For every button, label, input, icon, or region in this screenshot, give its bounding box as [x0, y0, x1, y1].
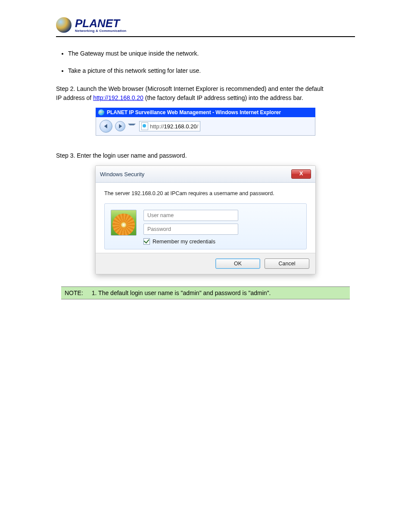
nav-dropdown-icon[interactable]	[128, 124, 136, 129]
ie-title-text: PLANET IP Surveillance Web Management - …	[107, 109, 281, 115]
logo-main-text: PLANET	[75, 18, 126, 29]
dialog-titlebar: Windows Security X	[96, 166, 315, 183]
username-input[interactable]	[143, 210, 238, 221]
ie-address-bar-figure: PLANET IP Surveillance Web Management - …	[96, 108, 315, 136]
back-button[interactable]	[100, 120, 112, 133]
user-tile-icon	[111, 210, 137, 236]
credentials-panel: Remember my credentials	[104, 203, 307, 249]
arrow-left-icon	[104, 124, 107, 128]
bullet-list: The Gateway must be unique inside the ne…	[60, 50, 355, 74]
cancel-button[interactable]: Cancel	[265, 258, 309, 269]
bullet-item: Take a picture of this network setting f…	[68, 67, 355, 74]
forward-button[interactable]	[115, 121, 125, 131]
ie-titlebar: PLANET IP Surveillance Web Management - …	[96, 108, 315, 117]
close-button[interactable]: X	[291, 169, 311, 179]
arrow-right-icon	[119, 124, 122, 128]
header-divider	[56, 36, 355, 37]
note-label: NOTE:	[65, 289, 83, 296]
ie-icon	[98, 109, 104, 115]
default-ip-link[interactable]: http://192.168.0.20	[93, 94, 143, 101]
dialog-body: The server 192.168.0.20 at IPCam require…	[96, 183, 315, 253]
remember-label: Remember my credentials	[153, 239, 215, 245]
address-text: http://192.168.0.20/	[150, 123, 198, 130]
remember-checkbox[interactable]	[143, 238, 150, 245]
page-icon	[141, 122, 148, 130]
note-box: NOTE: 1. The default login user name is …	[61, 286, 350, 299]
dialog-message: The server 192.168.0.20 at IPCam require…	[104, 190, 307, 196]
credentials-dialog-figure: Windows Security X The server 192.168.0.…	[95, 165, 316, 274]
logo-sub-text: Networking & Communication	[75, 29, 126, 33]
dialog-title-text: Windows Security	[100, 171, 144, 177]
remember-row: Remember my credentials	[143, 238, 300, 245]
bullet-item: The Gateway must be unique inside the ne…	[68, 50, 355, 57]
step3-text: Step 3. Enter the login user name and pa…	[56, 151, 355, 160]
password-input[interactable]	[143, 224, 238, 235]
ok-button[interactable]: OK	[215, 258, 260, 269]
logo-globe-icon	[56, 17, 72, 33]
note-text: 1. The default login user name is "admin…	[92, 289, 346, 296]
dialog-footer: OK Cancel	[96, 253, 315, 274]
logo: PLANET Networking & Communication	[56, 17, 355, 33]
address-box[interactable]: http://192.168.0.20/	[139, 121, 200, 131]
ie-toolbar: http://192.168.0.20/	[96, 117, 315, 136]
step2-text: Step 2. Launch the Web browser (Microsof…	[56, 84, 355, 103]
